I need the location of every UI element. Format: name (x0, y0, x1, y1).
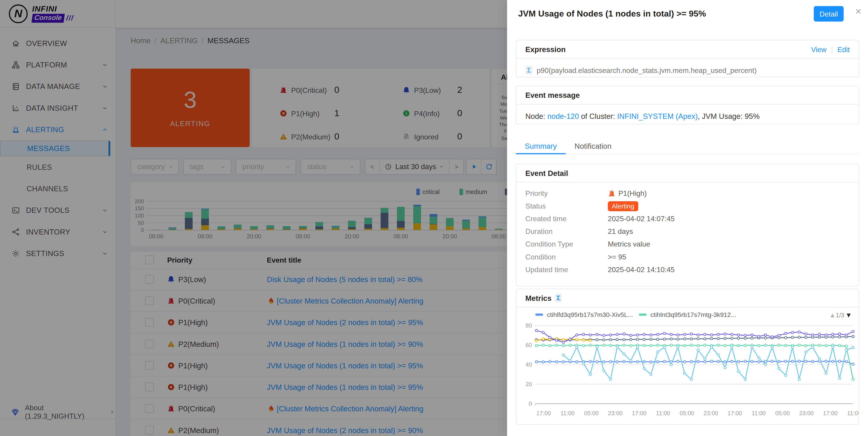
detail-value: 21 days (608, 227, 633, 236)
svg-text:80: 80 (526, 322, 532, 329)
detail-row-duration: Duration21 days (517, 225, 859, 238)
detail-row-created-time: Created time2025-04-02 14:07:45 (517, 212, 859, 225)
metrics-legend-item[interactable]: ctihlfd3q95rb17s7m30-Xiv5L... (535, 311, 633, 318)
legend-page-text: 1/3 (836, 312, 844, 318)
detail-label: Priority (517, 189, 608, 197)
legend-page-down[interactable]: ▼ (845, 311, 852, 319)
drawer-header: JVM Usage of Nodes (1 nodes in total) >=… (507, 0, 868, 28)
tab-notification[interactable]: Notification (566, 138, 620, 154)
svg-text:0: 0 (529, 400, 532, 407)
svg-text:17:00: 17:00 (823, 410, 838, 416)
svg-text:23:00: 23:00 (799, 410, 814, 416)
drawer-title: JVM Usage of Nodes (1 nodes in total) >=… (518, 9, 706, 19)
sigma-icon: Σ (525, 66, 533, 75)
svg-text:20: 20 (526, 381, 532, 387)
svg-text:05:00: 05:00 (584, 410, 598, 416)
detail-value: 2025-04-02 14:10:45 (608, 265, 675, 274)
metrics-title: Metrics (525, 294, 551, 302)
expression-card: Expression View | Edit Σ p90(payload.ela… (516, 40, 859, 77)
event-message-text: Node: node-120 of Cluster: INFINI_SYSTEM… (517, 105, 859, 128)
sigma-icon: Σ (555, 294, 562, 302)
detail-label: Condition Type (517, 240, 608, 248)
legend-swatch (639, 314, 647, 316)
detail-label: Created time (517, 214, 608, 223)
detail-row-condition: Condition>= 95 (517, 250, 859, 263)
tab-summary[interactable]: Summary (516, 138, 566, 154)
metrics-card: Metrics Σ ctihlfd3q95rb17s7m30-Xiv5L...c… (516, 289, 859, 425)
detail-row-priority: PriorityP1(High) (517, 187, 859, 200)
alert-detail-drawer: JVM Usage of Nodes (1 nodes in total) >=… (507, 0, 868, 436)
svg-text:05:00: 05:00 (680, 410, 694, 416)
metrics-line-chart: 02040608017:0011:0005:0023:0017:0011:000… (517, 321, 859, 425)
legend-swatch (535, 314, 543, 316)
svg-text:11:00: 11:00 (847, 410, 859, 416)
svg-text:23:00: 23:00 (704, 410, 718, 416)
svg-text:05:00: 05:00 (775, 410, 790, 416)
infini-console-app: N INFINI Console /// OVERVIEWPLATFORMDAT… (0, 0, 868, 436)
legend-page-up[interactable]: ▲ (829, 311, 836, 319)
svg-text:17:00: 17:00 (727, 410, 742, 416)
detail-value: >= 95 (608, 253, 626, 261)
detail-row-updated-time: Updated time2025-04-02 14:10:45 (517, 263, 859, 276)
detail-label: Status (517, 202, 608, 210)
event-message-link[interactable]: node-120 (547, 112, 579, 121)
expression-title: Expression (525, 45, 566, 54)
drawer-tabs: SummaryNotification (516, 138, 859, 155)
detail-value: Metrics value (608, 240, 650, 248)
status-badge: Alerting (608, 201, 638, 211)
detail-value: P1(High) (618, 189, 647, 197)
detail-value: 2025-04-02 14:07:45 (608, 214, 675, 223)
expression-text: p90(payload.elasticsearch.node_stats.jvm… (537, 66, 757, 74)
detail-button[interactable]: Detail (814, 6, 844, 22)
detail-label: Updated time (517, 265, 608, 274)
legend-label: ctihlnt3q95rb17s7mtg-3k912... (650, 311, 736, 318)
detail-row-condition-type: Condition TypeMetrics value (517, 238, 859, 250)
event-message-link[interactable]: INFINI_SYSTEM (Apex) (617, 112, 698, 121)
detail-label: Condition (517, 253, 608, 261)
svg-text:17:00: 17:00 (536, 410, 551, 416)
close-icon[interactable] (855, 8, 862, 15)
svg-text:40: 40 (526, 361, 532, 368)
view-link[interactable]: View (811, 45, 827, 54)
legend-label: ctihlfd3q95rb17s7m30-Xiv5L... (547, 311, 633, 318)
detail-label: Duration (517, 227, 608, 236)
svg-text:11:00: 11:00 (656, 410, 670, 416)
event-message-segment: of Cluster: (579, 112, 617, 121)
event-message-segment: , JVM Usage: 95% (698, 112, 760, 121)
svg-text:11:00: 11:00 (751, 410, 766, 416)
svg-text:17:00: 17:00 (632, 410, 646, 416)
legend-pager: ▲1/3▼ (829, 311, 852, 319)
metrics-legend: ctihlfd3q95rb17s7m30-Xiv5L...ctihlnt3q95… (517, 311, 860, 321)
event-message-card: Event message Node: node-120 of Cluster:… (516, 86, 859, 125)
event-message-title: Event message (525, 91, 580, 99)
metrics-legend-item[interactable]: ctihlnt3q95rb17s7mtg-3k912... (639, 311, 736, 318)
svg-text:23:00: 23:00 (608, 410, 623, 416)
svg-text:60: 60 (526, 342, 532, 348)
detail-row-status: StatusAlerting (517, 200, 859, 212)
svg-text:11:00: 11:00 (560, 410, 575, 416)
edit-link[interactable]: Edit (837, 45, 850, 54)
event-message-segment: Node: (525, 112, 547, 121)
event-detail-title: Event Detail (525, 169, 568, 177)
siren-icon (608, 190, 616, 197)
event-detail-card: Event Detail PriorityP1(High)StatusAlert… (516, 164, 859, 287)
